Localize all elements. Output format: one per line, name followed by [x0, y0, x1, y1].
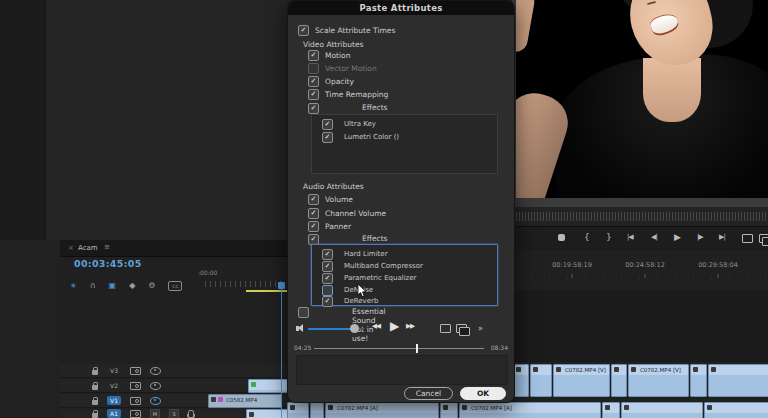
lumetri-color-checkbox[interactable]: ✓ [322, 132, 333, 143]
player-progress-bar[interactable] [314, 348, 484, 349]
step-back-button[interactable]: ◀| [651, 234, 657, 241]
timeline-timecode[interactable]: 00:03:45:05 [74, 258, 142, 269]
mic-icon[interactable] [188, 410, 194, 418]
audio-clip[interactable] [602, 402, 620, 418]
nest-sequence-icon[interactable]: ∗ [70, 282, 77, 290]
source-monitor-panel [46, 0, 287, 241]
camera-icon[interactable] [130, 410, 141, 418]
panel-menu-icon[interactable]: ≡ [104, 243, 110, 251]
parametric-equalizer-checkbox[interactable]: ✓ [322, 273, 333, 284]
loop-monitor-icon[interactable] [440, 324, 451, 333]
cancel-button[interactable]: Cancel [404, 387, 453, 400]
ruler-minor-ticks [513, 276, 768, 279]
volume-checkbox[interactable]: ✓ [308, 194, 319, 205]
video-clip[interactable] [690, 364, 707, 397]
hard-limiter-checkbox[interactable]: ✓ [322, 249, 333, 260]
clip-a1[interactable] [246, 409, 289, 418]
motion-checkbox[interactable]: ✓ [308, 50, 319, 61]
audio-clip[interactable] [310, 402, 324, 418]
audio-clip[interactable]: C0782.MP4 [A] [325, 402, 439, 418]
ultra-key-checkbox[interactable]: ✓ [322, 119, 333, 130]
denoise-checkbox[interactable] [322, 285, 333, 296]
track-name-v2[interactable]: V2 [107, 382, 121, 389]
monitor-tick-strip [516, 212, 768, 221]
volume-slider-fill [308, 328, 354, 330]
audio-clip[interactable] [287, 402, 309, 418]
lock-icon[interactable] [92, 370, 98, 375]
clip-v2[interactable] [248, 379, 289, 393]
solo-button[interactable]: S [169, 409, 179, 418]
player-progress-thumb[interactable] [416, 344, 418, 353]
mute-button[interactable]: M [150, 409, 160, 418]
timeline-ruler-ticks[interactable] [205, 281, 285, 287]
vector-motion-checkbox[interactable] [308, 63, 319, 74]
clip-v1[interactable]: C0582.MP4 [208, 394, 282, 408]
play-button[interactable]: ▶ [674, 233, 680, 242]
volume-slider-thumb[interactable] [350, 324, 359, 333]
multi-monitor-icon[interactable] [456, 324, 467, 333]
export-frame-icon[interactable] [742, 234, 753, 243]
lock-icon[interactable] [92, 400, 98, 405]
eye-icon[interactable] [150, 382, 161, 390]
eye-icon[interactable] [150, 367, 161, 375]
lumetri-color-row: ✓ Lumetri Color () [322, 132, 399, 142]
video-effects-checkbox[interactable]: ✓ [308, 103, 319, 114]
video-clip[interactable] [708, 364, 768, 397]
video-clip[interactable]: C0782.MP4 [V] [628, 364, 689, 397]
ok-button[interactable]: OK [460, 387, 506, 400]
video-clip[interactable] [513, 364, 529, 397]
timeline-tab-acam[interactable]: Acam [78, 244, 98, 252]
play-button[interactable]: ▶ [390, 319, 399, 333]
monitor-scrub-bar[interactable] [515, 197, 768, 207]
track-name-a1[interactable]: A1 [107, 409, 121, 418]
scale-attribute-times-checkbox[interactable]: ✓ [298, 25, 309, 36]
video-clip[interactable] [530, 364, 552, 397]
captions-cc-icon[interactable]: CC [168, 281, 182, 291]
playhead-line[interactable] [281, 283, 282, 418]
panner-checkbox[interactable]: ✓ [308, 221, 319, 232]
multiband-compressor-checkbox[interactable]: ✓ [322, 261, 333, 272]
mark-out-button[interactable]: } [606, 233, 611, 242]
dialog-lower-area [296, 355, 508, 385]
video-clip[interactable] [611, 364, 627, 397]
camera-icon[interactable] [130, 367, 141, 375]
audio-clip[interactable] [621, 402, 703, 418]
speaker-icon[interactable] [296, 326, 299, 331]
mark-in-button[interactable]: { [584, 233, 589, 242]
add-marker-button[interactable] [558, 234, 565, 241]
add-marker-icon[interactable]: ◆ [129, 282, 135, 290]
track-name-v3[interactable]: V3 [107, 367, 121, 374]
audio-clip[interactable] [440, 402, 458, 418]
lumetri-color-label: Lumetri Color () [344, 133, 399, 141]
audio-effects-checkbox[interactable]: ✓ [308, 234, 319, 245]
go-to-in-button[interactable]: |◀ [627, 234, 633, 241]
parametric-equalizer-row: ✓ Parametric Equalizer [322, 273, 416, 283]
rewind-button[interactable]: ◀◀ [372, 322, 380, 330]
lock-icon[interactable] [92, 413, 98, 418]
camera-icon[interactable] [130, 397, 141, 405]
track-name-v1[interactable]: V1 [107, 396, 121, 405]
lock-icon[interactable] [92, 385, 98, 390]
eye-icon[interactable] [150, 397, 161, 405]
fast-forward-button[interactable]: ▶▶ [406, 322, 414, 330]
opacity-checkbox[interactable]: ✓ [308, 76, 319, 87]
timeline-ruler-start: :00:00 [198, 269, 217, 276]
comparison-view-icon[interactable] [759, 234, 768, 243]
audio-clip[interactable]: C0782.MP4 [A] [459, 402, 601, 418]
linked-selection-icon[interactable]: ▣ [109, 282, 117, 290]
channel-volume-checkbox[interactable]: ✓ [308, 208, 319, 219]
essential-sound-checkbox[interactable] [298, 307, 309, 318]
camera-icon[interactable] [130, 382, 141, 390]
video-clip[interactable]: C0782.MP4 [V] [553, 364, 610, 397]
dialog-title[interactable]: Paste Attributes [288, 1, 514, 15]
audio-clip[interactable] [704, 402, 768, 418]
timeline-settings-wrench-icon[interactable]: ⚙ [148, 282, 155, 290]
time-remapping-checkbox[interactable]: ✓ [308, 89, 319, 100]
snap-magnet-icon[interactable]: ∩ [90, 282, 96, 290]
close-icon[interactable]: × [68, 244, 74, 252]
dereverb-checkbox[interactable]: ✓ [322, 296, 333, 307]
step-forward-button[interactable]: |▶ [697, 234, 703, 241]
more-controls-chevron-icon[interactable]: » [478, 324, 483, 333]
go-to-out-button[interactable]: ▶| [719, 234, 725, 241]
timeline-ruler[interactable]: 00:19:58:19 00:24:58:12 00:29:58:04 [513, 250, 768, 290]
